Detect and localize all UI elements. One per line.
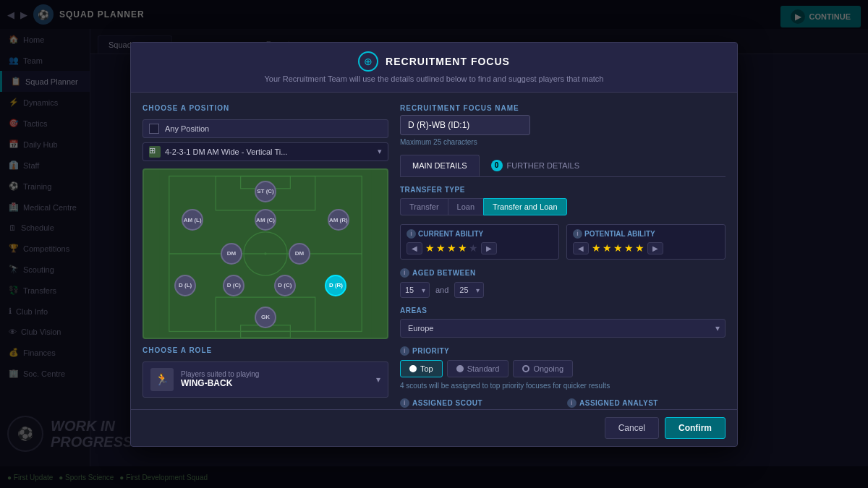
aged-between-label: i AGED BETWEEN xyxy=(400,268,726,278)
areas-select[interactable]: Europe South America Africa Asia North A… xyxy=(400,319,726,338)
areas-section: AREAS Europe South America Africa Asia N… xyxy=(400,307,726,338)
player-am-l[interactable]: AM (L) xyxy=(182,209,203,231)
focus-name-input[interactable] xyxy=(400,115,530,135)
ca-star-5: ★ xyxy=(469,242,478,254)
ongoing-priority-dot xyxy=(522,365,529,372)
ca-star-1: ★ xyxy=(425,242,435,254)
ability-row: i CURRENT ABILITY ◀ ★ ★ ★ ★ ★ xyxy=(400,224,726,260)
position-section: CHOOSE A POSITION Any Position ⊞ 4-2-3-1… xyxy=(142,104,388,161)
role-chevron-icon: ▾ xyxy=(376,374,380,385)
position-selector[interactable]: Any Position xyxy=(142,119,388,138)
recruitment-focus-modal: ⊕ RECRUITMENT FOCUS Your Recruitment Tea… xyxy=(130,42,738,447)
pa-star-2: ★ xyxy=(603,242,612,254)
current-ability-stars: ★ ★ ★ ★ ★ xyxy=(425,242,478,254)
current-ability-prev-btn[interactable]: ◀ xyxy=(407,242,422,254)
assigned-scout-label: i ASSIGNED SCOUT xyxy=(400,398,558,408)
any-position-checkbox[interactable] xyxy=(149,124,159,134)
main-details-label: MAIN DETAILS xyxy=(412,161,467,170)
potential-ability-stars: ★ ★ ★ ★ ★ xyxy=(592,242,644,254)
loan-btn[interactable]: Loan xyxy=(448,198,483,215)
ca-star-4: ★ xyxy=(458,242,467,254)
age-min-select[interactable]: 151617181920 xyxy=(400,282,430,298)
age-max-select[interactable]: 2021222324252627 xyxy=(454,282,484,298)
confirm-button[interactable]: Confirm xyxy=(665,417,726,439)
role-name: WING-BACK xyxy=(181,378,369,388)
detail-tabs: MAIN DETAILS 0 FURTHER DETAILS xyxy=(400,155,726,177)
current-ability-box: i CURRENT ABILITY ◀ ★ ★ ★ ★ ★ xyxy=(400,224,559,260)
assigned-analyst-label: i ASSIGNED ANALYST xyxy=(567,398,726,408)
current-ability-next-btn[interactable]: ▶ xyxy=(481,242,497,254)
any-position-label: Any Position xyxy=(165,124,209,133)
pa-star-3: ★ xyxy=(613,242,623,254)
player-d-cl[interactable]: D (C) xyxy=(223,275,244,296)
priority-buttons: Top Standard Ongoing xyxy=(400,360,726,377)
current-ability-info-icon: i xyxy=(407,229,416,239)
focus-name-max: Maximum 25 characters xyxy=(400,138,726,146)
player-gk[interactable]: GK xyxy=(255,307,276,328)
player-d-l[interactable]: D (L) xyxy=(174,275,196,296)
current-ability-stars-row: ◀ ★ ★ ★ ★ ★ ▶ xyxy=(407,242,553,254)
priority-note: 4 scouts will be assigned to top priorit… xyxy=(400,382,726,390)
assigned-scout-box: i ASSIGNED SCOUT Any xyxy=(400,398,558,409)
role-section-label: CHOOSE A ROLE xyxy=(142,346,388,354)
pa-star-1: ★ xyxy=(592,242,601,254)
modal-body: CHOOSE A POSITION Any Position ⊞ 4-2-3-1… xyxy=(131,93,737,409)
recruitment-icon: ⊕ xyxy=(358,51,378,72)
player-d-cr[interactable]: D (C) xyxy=(274,275,296,296)
assigned-analyst-box: i ASSIGNED ANALYST Any xyxy=(567,398,726,409)
player-am-r[interactable]: AM (R) xyxy=(328,209,349,231)
transfer-type-buttons: Transfer Loan Transfer and Loan xyxy=(400,198,726,215)
aged-between-section: i AGED BETWEEN 151617181920 and 202122 xyxy=(400,268,726,298)
left-panel: CHOOSE A POSITION Any Position ⊞ 4-2-3-1… xyxy=(142,104,388,398)
player-dm-l[interactable]: DM xyxy=(221,243,242,265)
modal-footer: Cancel Confirm xyxy=(131,409,737,446)
player-am-c[interactable]: AM (C) xyxy=(255,209,276,231)
chevron-down-icon: ▾ xyxy=(378,147,382,156)
age-row: 151617181920 and 2021222324252627 xyxy=(400,282,726,298)
priority-ongoing-label: Ongoing xyxy=(533,364,563,373)
priority-info-icon: i xyxy=(400,346,409,356)
scout-analyst-row: i ASSIGNED SCOUT Any i ASSIGNED ANALYS xyxy=(400,398,726,409)
pa-star-5: ★ xyxy=(635,242,644,254)
top-priority-dot xyxy=(409,365,417,372)
pa-star-4: ★ xyxy=(624,242,634,254)
player-d-r[interactable]: D (R) xyxy=(325,275,346,296)
formation-label: 4-2-3-1 DM AM Wide - Vertical Ti... xyxy=(165,147,287,156)
potential-ability-info-icon: i xyxy=(573,229,582,239)
ca-star-3: ★ xyxy=(447,242,456,254)
role-info: Players suited to playing WING-BACK xyxy=(181,370,369,388)
position-section-label: CHOOSE A POSITION xyxy=(142,104,388,112)
role-selector[interactable]: 🏃 Players suited to playing WING-BACK ▾ xyxy=(142,361,388,398)
priority-ongoing-btn[interactable]: Ongoing xyxy=(513,360,573,377)
cancel-button[interactable]: Cancel xyxy=(605,417,659,439)
priority-section: i PRIORITY Top Standard xyxy=(400,346,726,390)
role-desc: Players suited to playing xyxy=(181,370,369,378)
modal-title: RECRUITMENT FOCUS xyxy=(386,56,510,67)
priority-standard-label: Standard xyxy=(467,364,500,373)
formation-dropdown[interactable]: ⊞ 4-2-3-1 DM AM Wide - Vertical Ti... ▾ xyxy=(142,142,388,161)
potential-ability-next-btn[interactable]: ▶ xyxy=(647,242,663,254)
priority-standard-btn[interactable]: Standard xyxy=(447,360,509,377)
modal-title-row: ⊕ RECRUITMENT FOCUS xyxy=(358,51,510,72)
potential-ability-stars-row: ◀ ★ ★ ★ ★ ★ ▶ xyxy=(573,242,719,254)
transfer-btn[interactable]: Transfer xyxy=(400,198,448,215)
priority-top-btn[interactable]: Top xyxy=(400,360,443,377)
transfer-and-loan-btn[interactable]: Transfer and Loan xyxy=(483,198,566,215)
aged-between-info-icon: i xyxy=(400,268,409,278)
player-dm-r[interactable]: DM xyxy=(289,243,310,265)
age-min-wrapper: 151617181920 xyxy=(400,282,430,298)
role-icon: 🏃 xyxy=(150,368,174,391)
formation-icon: ⊞ xyxy=(149,146,161,158)
priority-top-label: Top xyxy=(420,364,433,373)
player-st-c[interactable]: ST (C) xyxy=(255,181,276,202)
tab-main-details[interactable]: MAIN DETAILS xyxy=(400,155,480,176)
areas-select-wrapper: Europe South America Africa Asia North A… xyxy=(400,319,726,338)
right-panel: RECRUITMENT FOCUS NAME Maximum 25 charac… xyxy=(400,104,726,398)
potential-ability-prev-btn[interactable]: ◀ xyxy=(573,242,589,254)
priority-label: i PRIORITY xyxy=(400,346,726,356)
role-section: CHOOSE A ROLE 🏃 Players suited to playin… xyxy=(142,346,388,398)
focus-name-label: RECRUITMENT FOCUS NAME xyxy=(400,104,726,112)
further-details-badge: 0 xyxy=(491,160,503,171)
tab-further-details[interactable]: 0 FURTHER DETAILS xyxy=(480,155,591,176)
standard-priority-dot xyxy=(456,365,464,372)
